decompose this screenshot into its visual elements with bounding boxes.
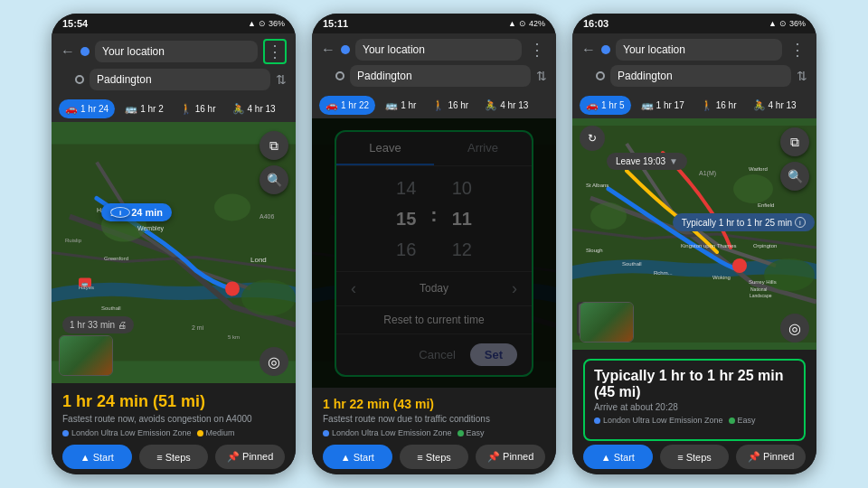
zoom-button-3[interactable]: 🔍 bbox=[780, 162, 809, 191]
search-header-2: ← ⋮ ⇅ bbox=[312, 33, 556, 92]
pinned-button-2[interactable]: 📌 Pinned bbox=[476, 445, 545, 469]
arrive-tab-2[interactable]: Arrive bbox=[434, 132, 532, 165]
svg-text:Watford: Watford bbox=[749, 166, 768, 172]
leave-dropdown-3: ▼ bbox=[669, 156, 678, 166]
bike-time-1: 4 hr 13 bbox=[248, 104, 276, 114]
pinned-button-3[interactable]: 📌 Pinned bbox=[736, 445, 806, 469]
back-button-1[interactable]: ← bbox=[61, 43, 75, 60]
set-button-2[interactable]: Set bbox=[470, 343, 517, 366]
tab-bike-2[interactable]: 🚴 4 hr 13 bbox=[478, 96, 534, 115]
hour-above-2: 14 bbox=[385, 174, 427, 202]
from-input-1[interactable] bbox=[95, 41, 258, 62]
compass-button-3[interactable]: ◎ bbox=[780, 314, 809, 343]
leave-tab-2[interactable]: Leave bbox=[336, 132, 434, 165]
swap-button-2[interactable]: ⇅ bbox=[536, 69, 547, 83]
tab-walk-3[interactable]: 🚶 16 hr bbox=[694, 96, 743, 115]
drive-time-2: 1 hr 22 bbox=[341, 100, 369, 110]
to-row-1: ⇅ bbox=[61, 69, 287, 90]
map-thumbnail-3[interactable] bbox=[580, 302, 634, 343]
drive-time-1: 1 hr 24 bbox=[80, 104, 108, 114]
cancel-button-2[interactable]: Cancel bbox=[411, 343, 462, 366]
hour-column-2: 14 15 16 bbox=[385, 174, 427, 264]
compass-button-1[interactable]: ◎ bbox=[259, 347, 288, 376]
zoom-button-1[interactable]: 🔍 bbox=[259, 165, 288, 194]
to-input-1[interactable] bbox=[90, 69, 270, 90]
typical-info-icon-3: i bbox=[795, 217, 806, 228]
min-below-2: 12 bbox=[441, 235, 483, 264]
to-input-3[interactable] bbox=[610, 65, 791, 87]
pinned-button-1[interactable]: 📌 Pinned bbox=[215, 445, 285, 469]
signal-icon: ▲ bbox=[248, 19, 256, 28]
layers-button-1[interactable]: ⧉ bbox=[259, 131, 288, 160]
transit-time-1: 1 hr 2 bbox=[140, 104, 164, 114]
from-input-3[interactable] bbox=[616, 39, 782, 61]
walk-icon-1: 🚶 bbox=[180, 103, 193, 115]
map-thumb-bg-1 bbox=[60, 336, 112, 375]
steps-button-1[interactable]: ≡ Steps bbox=[139, 445, 209, 469]
svg-text:Slough: Slough bbox=[586, 248, 603, 253]
alt-route-icon-1: 🖨 bbox=[118, 320, 127, 330]
tab-transit-2[interactable]: 🚌 1 hr bbox=[379, 96, 422, 115]
hour-current-2[interactable]: 15 bbox=[385, 204, 427, 233]
route-tags-3: London Ultra Low Emission Zone Easy bbox=[594, 416, 795, 425]
typical-map-bubble-3: Typically 1 hr to 1 hr 25 min i bbox=[673, 213, 815, 231]
reset-button-2[interactable]: Reset to current time bbox=[336, 305, 532, 333]
min-current-2[interactable]: 11 bbox=[441, 204, 483, 233]
dest-dot-3 bbox=[596, 71, 605, 80]
alt-route-time-1: 1 hr 33 min bbox=[70, 320, 115, 330]
tab-transit-1[interactable]: 🚌 1 hr 2 bbox=[118, 99, 170, 118]
tab-drive-1[interactable]: 🚗 1 hr 24 bbox=[59, 99, 115, 118]
more-button-3[interactable]: ⋮ bbox=[788, 40, 807, 60]
svg-text:Woking: Woking bbox=[712, 275, 731, 280]
svg-text:Southall: Southall bbox=[622, 261, 642, 267]
back-button-3[interactable]: ← bbox=[581, 42, 596, 58]
search-header-3: ← ⋮ ⇅ bbox=[572, 33, 816, 92]
swap-button-1[interactable]: ⇅ bbox=[276, 72, 287, 87]
swap-button-3[interactable]: ⇅ bbox=[797, 69, 807, 83]
svg-point-22 bbox=[764, 258, 815, 291]
from-input-2[interactable] bbox=[355, 39, 522, 61]
to-input-2[interactable] bbox=[350, 65, 531, 87]
map-thumbnail-1[interactable] bbox=[59, 335, 113, 376]
next-day-button-2[interactable]: › bbox=[512, 279, 517, 298]
tab-transit-3[interactable]: 🚌 1 hr 17 bbox=[635, 96, 691, 115]
steps-button-3[interactable]: ≡ Steps bbox=[660, 445, 730, 469]
tab-walk-2[interactable]: 🚶 16 hr bbox=[426, 96, 475, 115]
walk-icon-2: 🚶 bbox=[432, 99, 445, 111]
more-button-1[interactable]: ⋮ bbox=[263, 39, 287, 64]
tab-drive-2[interactable]: 🚗 1 hr 22 bbox=[319, 96, 375, 115]
steps-button-2[interactable]: ≡ Steps bbox=[400, 445, 469, 469]
dest-dot-1 bbox=[75, 75, 84, 84]
typical-duration-3: Typically 1 hr to 1 hr 25 min (45 mi) bbox=[594, 368, 784, 399]
bottom-actions-3: ▲ Start ≡ Steps 📌 Pinned bbox=[583, 445, 806, 469]
tab-bike-1[interactable]: 🚴 4 hr 13 bbox=[226, 99, 282, 118]
prev-day-button-2[interactable]: ‹ bbox=[351, 279, 356, 298]
route-tags-1: London Ultra Low Emission Zone Medium bbox=[62, 428, 285, 437]
difficulty-label-3: Easy bbox=[738, 416, 756, 425]
difficulty-dot-1 bbox=[197, 430, 203, 436]
start-button-2[interactable]: ▲ Start bbox=[323, 445, 392, 469]
battery-icon-2: 42% bbox=[529, 19, 545, 28]
layers-button-3[interactable]: ⧉ bbox=[780, 127, 809, 156]
tab-drive-3[interactable]: 🚗 1 hr 5 bbox=[580, 96, 631, 115]
start-button-1[interactable]: ▲ Start bbox=[62, 445, 132, 469]
tab-walk-1[interactable]: 🚶 16 hr bbox=[174, 99, 222, 118]
refresh-button-3[interactable]: ↻ bbox=[580, 126, 605, 151]
difficulty-label-1: Medium bbox=[206, 428, 235, 437]
transit-time-3: 1 hr 17 bbox=[656, 100, 684, 110]
picker-nav-2: ‹ Today › bbox=[336, 271, 532, 305]
bike-time-2: 4 hr 13 bbox=[500, 100, 528, 110]
leave-button-3[interactable]: Leave 19:03 ▼ bbox=[607, 153, 687, 170]
tab-bike-3[interactable]: 🚴 4 hr 13 bbox=[747, 96, 803, 115]
difficulty-tag-1: Medium bbox=[197, 428, 235, 437]
start-button-3[interactable]: ▲ Start bbox=[583, 445, 653, 469]
status-bar-1: 15:54 ▲ ⊙ 36% bbox=[52, 14, 296, 33]
svg-text:A1(M): A1(M) bbox=[699, 170, 716, 177]
more-button-2[interactable]: ⋮ bbox=[527, 40, 547, 60]
svg-point-23 bbox=[590, 202, 627, 230]
signal-icon-3: ▲ bbox=[769, 19, 777, 28]
svg-text:A406: A406 bbox=[259, 213, 274, 220]
emission-tag-3: London Ultra Low Emission Zone bbox=[594, 416, 723, 425]
back-button-2[interactable]: ← bbox=[321, 42, 335, 58]
signal-icon-2: ▲ bbox=[508, 19, 516, 28]
